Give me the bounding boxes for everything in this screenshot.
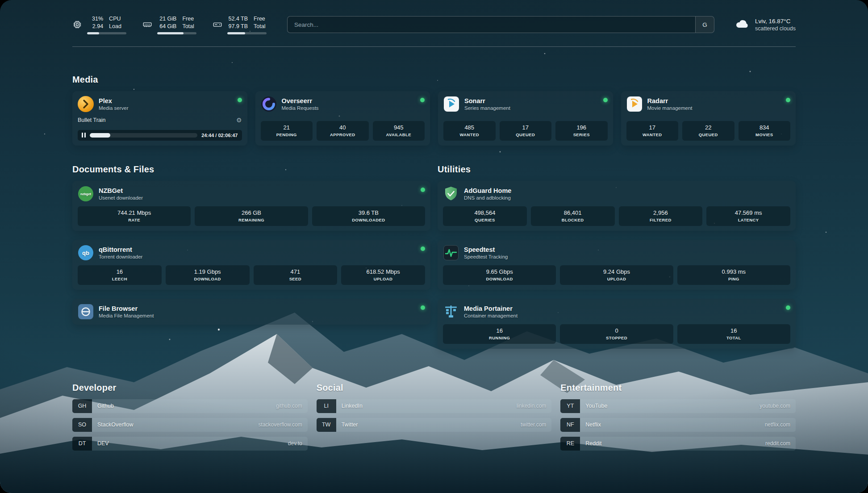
bookmark-dev[interactable]: DT DEVdev.to (72, 437, 308, 451)
weather-widget: Lviv, 16.87°C scattered clouds (735, 18, 796, 32)
bookmark-stackoverflow[interactable]: SO StackOverflowstackoverflow.com (72, 418, 308, 432)
bookmark-youtube[interactable]: YT YouTubeyoutube.com (560, 399, 796, 413)
stat-box: 0STOPPED (560, 324, 673, 344)
radarr-icon (626, 96, 643, 112)
stat-value: 40 (318, 124, 367, 131)
bookmark-abbr: YT (560, 399, 580, 413)
stat-label: UPLOAD (343, 276, 423, 281)
cpu-label-bottom: Load (109, 23, 126, 30)
bookmark-name: StackOverflow (97, 422, 134, 428)
stat-value: 86,401 (533, 209, 613, 216)
bookmark-reddit[interactable]: RE Redditreddit.com (560, 437, 796, 451)
bookmark-name: YouTube (585, 403, 607, 409)
bookmark-name: LinkedIn (342, 403, 363, 409)
stat-value: 22 (684, 124, 733, 131)
stat-value: 39.6 TB (314, 209, 423, 216)
service-card-overseerr[interactable]: Overseerr Media Requests 21PENDING 40APP… (255, 91, 430, 146)
service-name: Media Portainer (464, 305, 781, 312)
disk-total-value: 97.9 TB (227, 23, 248, 30)
stat-label: DOWNLOAD (445, 276, 554, 281)
section-title-utilities: Utilities (438, 164, 796, 175)
service-card-nzbget[interactable]: nzbget NZBGet Usenet downloader 744.21 M… (72, 181, 430, 231)
stat-label: PENDING (263, 132, 311, 137)
service-desc: Movie management (647, 105, 781, 111)
bookmark-url: reddit.com (765, 440, 790, 447)
section-utilities: Utilities AdGuard Home DNS and adblockin… (438, 164, 796, 349)
stat-value: 0 (562, 327, 671, 334)
bookmark-abbr: GH (72, 399, 92, 413)
service-card-plex[interactable]: Plex Media server Bullet Train ⚙ 24:44 /… (72, 91, 247, 146)
search-bar: G (287, 16, 714, 33)
stat-label: MOVIES (740, 132, 789, 137)
status-dot (786, 305, 790, 310)
stat-box: 618.52 MbpsUPLOAD (341, 265, 425, 285)
pause-icon[interactable] (82, 133, 86, 138)
stat-box: 2,956FILTERED (619, 206, 703, 226)
stat-label: QUEUED (501, 132, 550, 137)
section-media: Media Plex Media server (72, 75, 796, 146)
stat-label: DOWNLOAD (167, 276, 248, 281)
bookmark-group-developer: Developer GH Githubgithub.com SO StackOv… (72, 383, 308, 455)
memory-label-top: Free (182, 15, 196, 22)
service-card-speedtest[interactable]: Speedtest Speedtest Tracking 9.65 GbpsDO… (438, 240, 796, 290)
stat-label: DOWNLOADED (314, 217, 423, 222)
overseerr-icon (261, 96, 277, 112)
cpu-widget: 31% CPU 2.94 Load (72, 15, 126, 34)
service-name: File Browser (99, 305, 416, 312)
service-desc: Media File Management (99, 313, 416, 318)
stat-label: QUEUED (684, 132, 733, 137)
service-card-qbittorrent[interactable]: qb qBittorrent Torrent downloader 16LEEC… (72, 240, 430, 290)
service-name: Plex (99, 97, 233, 104)
status-dot (421, 188, 425, 192)
service-card-portainer[interactable]: Media Portainer Container management 16R… (438, 299, 796, 349)
stat-box: 9.65 GbpsDOWNLOAD (443, 265, 556, 285)
section-documents: Documents & Files nzbget NZBGet Usenet d… (72, 164, 430, 349)
service-desc: Container management (464, 313, 781, 318)
bookmark-abbr: TW (317, 418, 336, 432)
service-card-sonarr[interactable]: Sonarr Series management 485WANTED 17QUE… (438, 91, 613, 146)
weather-condition: scattered clouds (755, 25, 796, 32)
bookmark-url: github.com (276, 403, 302, 409)
stat-box: 86,401BLOCKED (531, 206, 615, 226)
stat-label: RATE (79, 217, 189, 222)
bookmark-twitter[interactable]: TW Twittertwitter.com (317, 418, 552, 432)
search-input[interactable] (288, 17, 695, 33)
nzbget-icon: nzbget (78, 186, 94, 202)
bookmark-url: linkedin.com (517, 403, 547, 409)
bookmark-url: stackoverflow.com (259, 422, 302, 428)
bookmark-group-title: Social (317, 383, 552, 393)
playback-bar[interactable]: 24:44 / 02:06:47 (78, 130, 242, 141)
stat-value: 9.65 Gbps (445, 268, 554, 275)
stat-box: 471SEED (254, 265, 338, 285)
stat-label: PING (679, 276, 789, 281)
service-card-filebrowser[interactable]: File Browser Media File Management (72, 299, 430, 325)
service-desc: Series management (464, 105, 598, 111)
stat-box: 47.569 msLATENCY (706, 206, 790, 226)
bookmark-abbr: SO (72, 418, 92, 432)
service-card-radarr[interactable]: Radarr Movie management 17WANTED 22QUEUE… (621, 91, 796, 146)
stat-box: 40APPROVED (317, 121, 369, 141)
stat-label: REMAINING (196, 217, 306, 222)
stat-label: LATENCY (708, 217, 789, 222)
stat-box: 16TOTAL (677, 324, 790, 344)
gear-icon[interactable]: ⚙ (236, 117, 242, 123)
now-playing-title: Bullet Train (78, 117, 106, 123)
service-desc: Speedtest Tracking (464, 254, 790, 259)
cpu-icon (72, 20, 82, 29)
bookmark-name: Twitter (342, 422, 358, 428)
service-card-adguard[interactable]: AdGuard Home DNS and adblocking 498,564Q… (438, 181, 796, 231)
bookmark-github[interactable]: GH Githubgithub.com (72, 399, 308, 413)
weather-location: Lviv, 16.87°C (755, 18, 796, 25)
stat-label: BLOCKED (533, 217, 613, 222)
stat-label: APPROVED (318, 132, 367, 137)
portainer-icon (443, 304, 459, 320)
bookmark-netflix[interactable]: NF Netflixnetflix.com (560, 418, 796, 432)
stat-value: 16 (79, 268, 160, 275)
bookmark-group-entertainment: Entertainment YT YouTubeyoutube.com NF N… (560, 383, 796, 455)
search-provider-button[interactable]: G (695, 17, 714, 33)
divider (72, 46, 796, 47)
service-desc: Media Requests (282, 105, 416, 111)
bookmark-linkedin[interactable]: LI LinkedInlinkedin.com (317, 399, 552, 413)
stat-label: WANTED (628, 132, 677, 137)
playback-track[interactable] (90, 133, 197, 138)
